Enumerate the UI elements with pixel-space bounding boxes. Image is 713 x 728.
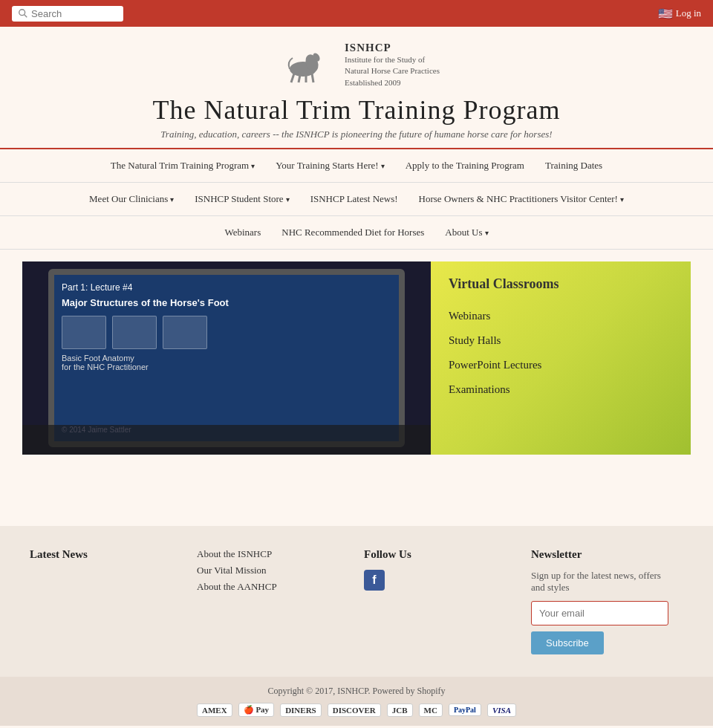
hero-image: Part 1: Lecture #4 Major Structures of t… (22, 261, 431, 455)
monitor: Part 1: Lecture #4 Major Structures of t… (48, 269, 405, 447)
nav-item-latest-news[interactable]: ISNHCP Latest News! (300, 189, 408, 209)
payment-discover: DISCOVER (328, 703, 381, 717)
search-input[interactable] (31, 8, 117, 19)
footer-latest-news-heading: Latest News (30, 548, 167, 561)
chevron-down-icon: ▾ (620, 195, 624, 204)
chevron-down-icon: ▾ (485, 229, 489, 237)
footer-about: About the ISNHCP Our Vital Mission About… (182, 548, 349, 654)
svg-line-5 (291, 74, 294, 82)
nav-item-training-dates[interactable]: Training Dates (535, 155, 613, 176)
footer-social: f (364, 570, 501, 591)
logo-horse-svg (281, 47, 325, 84)
footer-follow-us-heading: Follow Us (364, 548, 501, 561)
below-hero-spacer (0, 467, 713, 526)
footer-link-vital-mission[interactable]: Our Vital Mission (197, 565, 334, 576)
payment-icons: AMEX 🍎 Pay DINERS DISCOVER JCB MC PayPal… (15, 703, 698, 717)
logo-emblem (273, 47, 333, 84)
nav-item-about-us[interactable]: About Us ▾ (434, 222, 498, 243)
svg-line-8 (312, 74, 313, 82)
nav-row-1: The Natural Trim Training Program ▾ Your… (0, 149, 713, 182)
hero-inner: Part 1: Lecture #4 Major Structures of t… (22, 261, 691, 455)
nav-item-visitor-center[interactable]: Horse Owners & NHC Practitioners Visitor… (408, 189, 634, 209)
svg-point-0 (19, 10, 25, 16)
payment-diners: DINERS (280, 703, 322, 717)
keyboard-area (22, 425, 431, 455)
chevron-down-icon: ▾ (381, 162, 385, 170)
payment-jcb: JCB (387, 703, 413, 717)
svg-line-6 (299, 75, 300, 82)
chevron-down-icon: ▾ (251, 162, 255, 170)
footer-link-about-isnhcp[interactable]: About the ISNHCP (197, 548, 334, 560)
logo-area: ISNHCP Institute for the Study of Natura… (0, 42, 713, 88)
subscribe-button[interactable]: Subscribe (531, 631, 604, 654)
payment-amex: AMEX (197, 703, 232, 717)
virtual-classrooms-title: Virtual Classrooms (449, 276, 673, 292)
org-established: Established 2009 (345, 77, 440, 88)
nav-item-apply[interactable]: Apply to the Training Program (395, 155, 535, 176)
main-nav: The Natural Trim Training Program ▾ Your… (0, 149, 713, 250)
nav-item-your-training[interactable]: Your Training Starts Here! ▾ (265, 155, 394, 176)
copyright-text: Copyright © 2017, ISNHCP. Powered by Sho… (15, 686, 698, 697)
org-name-line1: Institute for the Study of (345, 54, 440, 65)
site-header: ISNHCP Institute for the Study of Natura… (0, 27, 713, 149)
slide-diagrams (62, 316, 391, 349)
nav-row-3: Webinars NHC Recommended Diet for Horses… (0, 216, 713, 249)
footer-bottom: Copyright © 2017, ISNHCP. Powered by Sho… (0, 677, 713, 726)
hero-section: Part 1: Lecture #4 Major Structures of t… (0, 250, 713, 467)
hero-image-wrap: Part 1: Lecture #4 Major Structures of t… (22, 261, 431, 455)
org-acronym: ISNHCP (345, 42, 440, 54)
monitor-screen: Part 1: Lecture #4 Major Structures of t… (54, 275, 399, 441)
top-bar: 🇺🇸 Log in (0, 0, 713, 27)
diagram-3 (163, 316, 207, 349)
nav-item-webinars[interactable]: Webinars (214, 222, 271, 243)
slide-title: Major Structures of the Horse's Foot (62, 297, 391, 308)
login-area: 🇺🇸 Log in (658, 7, 701, 21)
search-icon (18, 8, 28, 19)
diagram-2 (112, 316, 157, 349)
vc-link-webinars[interactable]: Webinars (449, 304, 673, 328)
site-title: The Natural Trim Training Program (0, 94, 713, 126)
nav-item-clinicians[interactable]: Meet Our Clinicians ▾ (79, 189, 184, 209)
chevron-down-icon: ▾ (286, 195, 290, 204)
footer-follow-us: Follow Us f (349, 548, 516, 654)
virtual-classrooms-panel: Virtual Classrooms Webinars Study Halls … (431, 261, 691, 455)
payment-apple-pay: 🍎 Pay (238, 703, 274, 717)
footer-link-about-aanhcp[interactable]: About the AANHCP (197, 581, 334, 593)
search-wrap[interactable] (12, 6, 123, 22)
payment-mastercard: MC (419, 703, 443, 717)
vc-link-study-halls[interactable]: Study Halls (449, 328, 673, 353)
nav-row-2: Meet Our Clinicians ▾ ISNHCP Student Sto… (0, 183, 713, 215)
login-link[interactable]: Log in (676, 7, 701, 19)
diagram-1 (62, 316, 106, 349)
newsletter-email-input[interactable] (531, 601, 668, 625)
vc-link-examinations[interactable]: Examinations (449, 377, 673, 402)
slide-label: Part 1: Lecture #4 (62, 282, 391, 293)
nav-item-student-store[interactable]: ISNHCP Student Store ▾ (184, 189, 299, 209)
nav-item-training-program[interactable]: The Natural Trim Training Program ▾ (100, 155, 265, 176)
newsletter-text: Sign up for the latest news, offers and … (531, 570, 668, 594)
org-name-line2: Natural Horse Care Practices (345, 65, 440, 77)
chevron-down-icon: ▾ (170, 195, 174, 204)
payment-paypal: PayPal (449, 703, 481, 716)
footer-latest-news: Latest News (30, 548, 182, 654)
site-tagline: Training, education, careers -- the ISNH… (0, 129, 713, 140)
facebook-icon[interactable]: f (364, 570, 385, 591)
footer: Latest News About the ISNHCP Our Vital M… (0, 526, 713, 677)
payment-visa: VISA (487, 703, 516, 717)
logo-text-block: ISNHCP Institute for the Study of Natura… (345, 42, 440, 88)
slide-subtitle: Basic Foot Anatomyfor the NHC Practition… (62, 354, 391, 371)
svg-line-1 (25, 15, 27, 18)
footer-newsletter: Newsletter Sign up for the latest news, … (516, 548, 683, 654)
footer-newsletter-heading: Newsletter (531, 548, 668, 561)
vc-link-powerpoint[interactable]: PowerPoint Lectures (449, 353, 673, 377)
nav-item-nhc-diet[interactable]: NHC Recommended Diet for Horses (271, 222, 434, 243)
flag-icon: 🇺🇸 (658, 7, 673, 21)
